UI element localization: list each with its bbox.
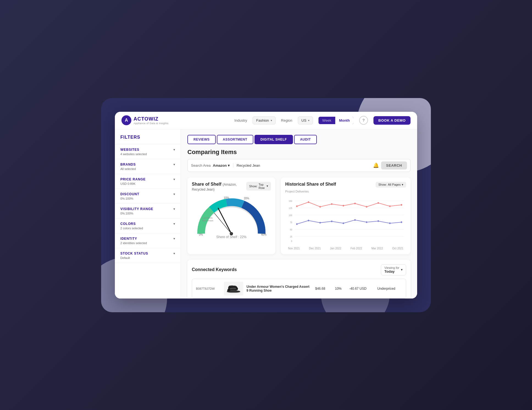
table-cell-name: Under Armour Women's Charged Assert 9 Ru… [246, 285, 312, 292]
week-month-toggle: Week Month [318, 117, 354, 124]
filter-discount[interactable]: DISCOUNT ▾ 0%:100% [115, 189, 181, 203]
gauge-show-dropdown[interactable]: Show: Top Row ▾ [246, 182, 271, 191]
x-label-2: Jan 2022 [330, 247, 341, 250]
filters-title: FILTERS [115, 135, 181, 144]
line-chart-card: Historical Share of Shelf Show: All Page… [281, 177, 411, 254]
filter-websites-chevron-icon: ▾ [173, 148, 175, 152]
week-toggle-button[interactable]: Week [318, 117, 335, 124]
keywords-section: Connected Keywords Viewing for Today ▾ B… [187, 260, 411, 299]
tab-digital-shelf[interactable]: DIGITAL SHELF [254, 135, 293, 144]
tab-audit[interactable]: AUDIT [294, 135, 317, 144]
viewing-for-label: Viewing for [384, 266, 399, 269]
x-axis-labels: Nov 2021 Dec 2021 Jan 2022 Feb 2022 Mar … [285, 246, 406, 250]
industry-dropdown[interactable]: Fashion ▾ [253, 116, 275, 124]
svg-point-33 [308, 220, 309, 221]
tab-assortment[interactable]: ASSORTMENT [217, 135, 253, 144]
svg-point-30 [389, 205, 390, 207]
svg-point-29 [378, 202, 379, 204]
logo-icon: A [121, 115, 131, 125]
search-platform-value: Amazon [213, 163, 227, 168]
svg-point-27 [354, 203, 356, 204]
x-label-1: Dec 2021 [309, 247, 321, 250]
tab-bar: REVIEWS ASSORTMENT DIGITAL SHELF AUDIT [187, 135, 411, 144]
filter-stock-status[interactable]: STOCK STATUS ▾ Default [115, 248, 181, 263]
svg-line-2 [214, 213, 231, 234]
search-area-label: Search Area [191, 163, 211, 168]
industry-value: Fashion [256, 118, 269, 122]
svg-text:125: 125 [289, 207, 292, 210]
search-platform-dropdown[interactable]: Amazon ▾ [213, 163, 230, 168]
gauge-card: Share of Shelf (Amazon, Recycled Jean) S… [187, 177, 275, 254]
svg-text:25: 25 [290, 235, 292, 238]
svg-text:150: 150 [289, 199, 292, 202]
filter-stock-value: Default [120, 256, 175, 260]
search-button[interactable]: SEARCH [381, 161, 407, 169]
table-cell-id: B087T8J7DW [196, 287, 221, 290]
filter-visibility[interactable]: VISIBILITY RANGE ▾ 0%:100% [115, 203, 181, 218]
svg-text:40%: 40% [261, 233, 267, 236]
logo-subtitle: Appliance of Data & Insights [134, 122, 168, 125]
filter-discount-label: DISCOUNT [120, 192, 139, 196]
line-show-dropdown[interactable]: Show: All Pages ▾ [376, 182, 406, 188]
filter-brands-chevron-icon: ▾ [173, 163, 175, 166]
svg-text:10%: 10% [224, 196, 229, 199]
search-divider [233, 163, 233, 168]
line-show-label: Show: [378, 183, 387, 186]
help-button[interactable]: ? [359, 116, 368, 125]
filter-websites-value: 4 websites selected [120, 152, 175, 156]
tab-reviews[interactable]: REVIEWS [187, 135, 216, 144]
gauge-show-chevron-icon: ▾ [267, 184, 268, 188]
svg-text:20%: 20% [244, 197, 249, 200]
svg-point-38 [366, 221, 367, 223]
svg-point-31 [401, 204, 402, 206]
region-label: Region [281, 118, 292, 122]
svg-point-34 [319, 222, 321, 224]
gauge-value-text: Shere of Shelf : [216, 235, 239, 239]
region-value: US [301, 118, 306, 122]
page-title: Comparing Items [187, 149, 411, 156]
line-chart-area: 150 125 100 75 50 25 0 [285, 195, 406, 250]
svg-point-43 [227, 289, 230, 291]
filter-identity-value: 2 identities selected [120, 241, 175, 245]
x-label-3: Feb 2022 [351, 247, 362, 250]
search-term-text: Recycled Jean [237, 163, 371, 168]
svg-text:0%: 0% [199, 233, 203, 236]
table-cell-price: $46.68 [315, 287, 332, 291]
filter-brands[interactable]: BRANDS ▾ All selected [115, 159, 181, 174]
filter-websites[interactable]: WEBSITES ▾ 4 websites selected [115, 144, 181, 159]
line-show-value: All Pages [388, 183, 401, 186]
filter-stock-label: STOCK STATUS [120, 252, 148, 255]
gauge-svg: 0% 10% 20% 40% Last Week Benchmark [193, 194, 270, 238]
filter-discount-value: 0%:100% [120, 197, 175, 200]
filter-brands-value: All selected [120, 167, 175, 171]
industry-label: Industry [234, 118, 247, 122]
search-bar: Search Area Amazon ▾ Recycled Jean 🔔 SEA… [187, 159, 411, 172]
product-shoe-icon [225, 283, 242, 294]
search-platform-chevron-icon: ▾ [228, 163, 230, 168]
svg-text:100: 100 [289, 214, 292, 217]
table-cell-image [224, 282, 243, 295]
bell-icon[interactable]: 🔔 [373, 162, 379, 168]
filter-colors[interactable]: COLORS ▾ 2 colors selected [115, 218, 181, 233]
logo-area: A ACTOWIZ Appliance of Data & Insights [121, 115, 168, 125]
region-dropdown[interactable]: US ▾ [298, 116, 313, 124]
table-cell-diff: -40.67 USD [349, 287, 374, 291]
svg-point-32 [296, 223, 298, 225]
filter-colors-value: 2 colors selected [120, 227, 175, 230]
month-toggle-button[interactable]: Month [335, 117, 354, 124]
keywords-title: Connected Keywords [192, 267, 237, 272]
gauge-value-number: 22% [240, 235, 246, 239]
x-label-4: Mar 2022 [371, 247, 383, 250]
filter-price-range[interactable]: PRICE RANGE ▾ USD 0:89K [115, 174, 181, 189]
filter-price-value: USD 0:89K [120, 182, 175, 185]
filter-discount-chevron-icon: ▾ [173, 192, 175, 196]
filter-identity[interactable]: IDENTITY ▾ 2 identities selected [115, 233, 181, 248]
filter-colors-chevron-icon: ▾ [173, 222, 175, 226]
gauge-show-value: Top Row [259, 183, 265, 189]
book-demo-button[interactable]: BOOK A DEMO [373, 116, 411, 125]
svg-point-26 [343, 205, 344, 207]
viewing-for-dropdown[interactable]: Viewing for Today ▾ [381, 264, 406, 275]
filter-brands-label: BRANDS [120, 163, 136, 166]
svg-point-23 [308, 201, 309, 203]
svg-point-25 [331, 203, 332, 205]
